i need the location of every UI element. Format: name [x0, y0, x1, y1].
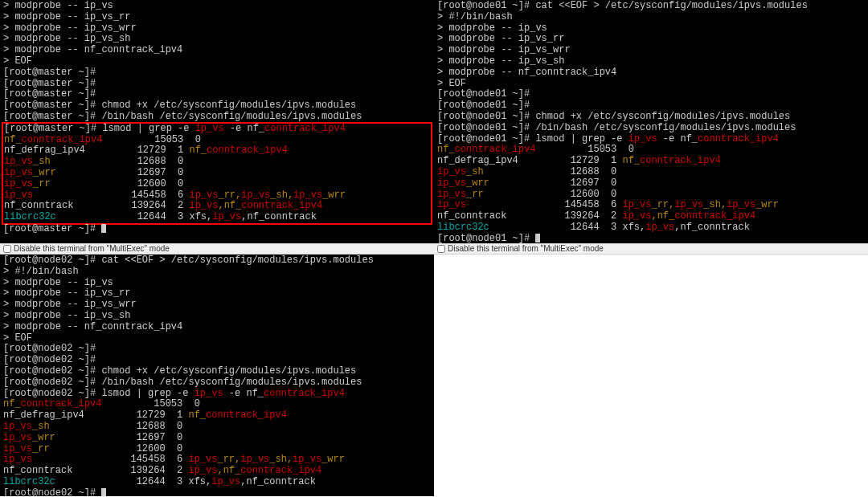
terminal-text: > EOF — [3, 55, 32, 67]
terminal-text: , — [651, 210, 657, 222]
terminal-text: nf_conntrack 139264 2 — [3, 465, 188, 476]
terminal-text: [root@node02 ~]# — [3, 487, 101, 496]
terminal-text: ip_vs — [188, 454, 217, 465]
terminal-text: _wrr — [33, 167, 56, 178]
terminal-line: > EOF — [3, 333, 431, 344]
terminal-text: > modprobe -- ip_vs — [3, 277, 113, 288]
terminal-text: ip_vs — [240, 454, 269, 465]
terminal-text: conntrack_ipv4 — [207, 145, 288, 156]
terminal-text: 12600 0 — [50, 443, 183, 454]
terminal-text: 12644 3 xfs, — [55, 476, 211, 487]
terminal-text: _wrr — [755, 199, 779, 210]
terminal-line: [root@node02 ~]# lsmod | grep -e ip_vs -… — [3, 389, 431, 400]
terminal-text: _sh — [32, 421, 50, 432]
terminal-text: 15053 0 — [102, 134, 200, 145]
terminal-text: libcrc32c — [4, 211, 56, 222]
multiexec-bar-empty: Disable this terminal from "MultiExec" m… — [434, 243, 868, 255]
terminal-line: > modprobe -- ip_vs — [3, 278, 431, 289]
terminal-line: [root@node01 ~]# cat <<EOF > /etc/syscon… — [437, 1, 865, 12]
terminal-text: nf_ — [437, 144, 455, 155]
terminal-text: > #!/bin/bash — [3, 266, 79, 277]
terminal-text: > modprobe -- ip_vs_sh — [3, 310, 130, 321]
terminal-text: nf_defrag_ipv4 12729 1 — [437, 155, 622, 166]
terminal-text: nf_ — [224, 200, 242, 211]
terminal-text: [root@node01 ~]# — [437, 233, 535, 243]
terminal-text: ip_vs — [645, 222, 674, 233]
terminal-line: [root@node01 ~]# — [437, 89, 865, 100]
terminal-line: ip_vs_rr 12600 0 — [437, 189, 865, 201]
terminal-text: conntrack_ipv4 — [21, 398, 102, 409]
terminal-line: ip_vs_wrr 12697 0 — [4, 168, 430, 179]
terminal-text: 145458 6 — [33, 189, 189, 201]
terminal-line: [root@node02 ~]# — [3, 344, 431, 355]
terminal-line: ip_vs 145458 6 ip_vs_rr,ip_vs_sh,ip_vs_w… — [3, 454, 431, 466]
terminal-line: [root@master ~]# /bin/bash /etc/sysconfi… — [3, 112, 431, 123]
terminal-output-node02[interactable]: [root@node02 ~]# cat <<EOF > /etc/syscon… — [0, 255, 434, 496]
terminal-output-node01[interactable]: [root@node01 ~]# cat <<EOF > /etc/syscon… — [434, 0, 868, 243]
terminal-line: > #!/bin/bash — [3, 267, 431, 278]
terminal-text: ip_vs — [3, 432, 32, 443]
terminal-text: -e nf_ — [657, 133, 698, 145]
terminal-text: nf_ — [223, 465, 241, 476]
terminal-text: conntrack_ipv4 — [206, 409, 287, 421]
terminal-line: > modprobe -- ip_vs_wrr — [437, 45, 865, 56]
terminal-text: ip_vs — [194, 388, 223, 399]
terminal-text: ip_vs — [195, 123, 224, 134]
terminal-text: > #!/bin/bash — [437, 11, 513, 22]
multiexec-checkbox-empty[interactable] — [437, 245, 445, 253]
terminal-line: libcrc32c 12644 3 xfs,ip_vs,nf_conntrack — [4, 212, 430, 223]
terminal-text: _wrr — [322, 189, 346, 201]
terminal-text: nf_defrag_ipv4 12729 1 — [4, 145, 189, 156]
terminal-text: [root@master ~]# — [3, 88, 96, 100]
terminal-text: conntrack_ipv4 — [241, 200, 322, 211]
terminal-text: ip_vs — [241, 189, 270, 201]
terminal-text: -e nf_ — [223, 388, 264, 399]
terminal-text: [root@node01 ~]# — [437, 88, 530, 100]
terminal-text: ip_vs — [628, 133, 657, 145]
terminal-text: _rr — [33, 178, 51, 189]
terminal-line: > modprobe -- ip_vs_rr — [3, 288, 431, 299]
terminal-text: , — [217, 465, 223, 476]
terminal-line: > modprobe -- nf_conntrack_ipv4 — [437, 67, 865, 79]
terminal-text: 12600 0 — [484, 189, 617, 200]
terminal-output-master[interactable]: > modprobe -- ip_vs> modprobe -- ip_vs_r… — [0, 0, 434, 243]
terminal-grid: > modprobe -- ip_vs> modprobe -- ip_vs_r… — [0, 0, 868, 496]
terminal-line: [root@master ~]# lsmod | grep -e ip_vs -… — [4, 124, 430, 135]
terminal-text: [root@node02 ~]# — [3, 354, 96, 365]
terminal-line: nf_defrag_ipv4 12729 1 nf_conntrack_ipv4 — [3, 410, 431, 422]
terminal-line: ip_vs_wrr 12697 0 — [437, 178, 865, 189]
terminal-line: [root@node01 ~]# lsmod | grep -e ip_vs -… — [437, 134, 865, 145]
terminal-text: ip_vs — [3, 421, 32, 432]
terminal-line: > modprobe -- ip_vs_rr — [437, 34, 865, 45]
terminal-text: > modprobe -- nf_conntrack_ipv4 — [437, 67, 616, 78]
terminal-text: libcrc32c — [437, 222, 489, 233]
terminal-line: [root@node01 ~]# chmod +x /etc/sysconfig… — [437, 112, 865, 123]
terminal-line: [root@node01 ~]# — [437, 100, 865, 112]
terminal-line: > modprobe -- ip_vs — [3, 1, 431, 12]
multiexec-label: Disable this terminal from "MultiExec" m… — [448, 244, 604, 254]
terminal-text: nf_conntrack 139264 2 — [437, 210, 622, 222]
terminal-text: > modprobe -- ip_vs — [437, 22, 547, 34]
terminal-text: ip_vs — [4, 189, 33, 201]
multiexec-checkbox-node02[interactable] — [3, 245, 11, 253]
terminal-text: , — [218, 200, 223, 211]
terminal-text: ip_vs — [189, 200, 218, 211]
terminal-text: ,nf_conntrack — [240, 476, 316, 487]
terminal-text: 15053 0 — [535, 144, 633, 155]
terminal-line: ip_vs_rr 12600 0 — [4, 179, 430, 190]
terminal-text: 145458 6 — [466, 199, 622, 210]
highlight-box: [root@master ~]# lsmod | grep -e ip_vs -… — [2, 122, 432, 225]
terminal-text: [root@node01 ~]# — [437, 100, 530, 111]
terminal-text: > modprobe -- ip_vs_sh — [3, 33, 130, 44]
terminal-text: _rr, — [218, 189, 241, 201]
terminal-text: _rr — [32, 443, 50, 454]
terminal-line: > EOF — [3, 56, 431, 67]
terminal-line: nf_conntrack 139264 2 ip_vs,nf_conntrack… — [4, 201, 430, 212]
terminal-text: > modprobe -- ip_vs_wrr — [3, 22, 137, 34]
terminal-line: > modprobe -- ip_vs_rr — [3, 12, 431, 23]
terminal-text: > modprobe -- ip_vs_rr — [437, 33, 564, 44]
terminal-text: nf_conntrack 139264 2 — [4, 200, 189, 211]
terminal-line: [root@node02 ~]# — [3, 488, 431, 496]
terminal-text: ip_vs — [4, 178, 33, 189]
terminal-text: nf_ — [622, 155, 640, 166]
